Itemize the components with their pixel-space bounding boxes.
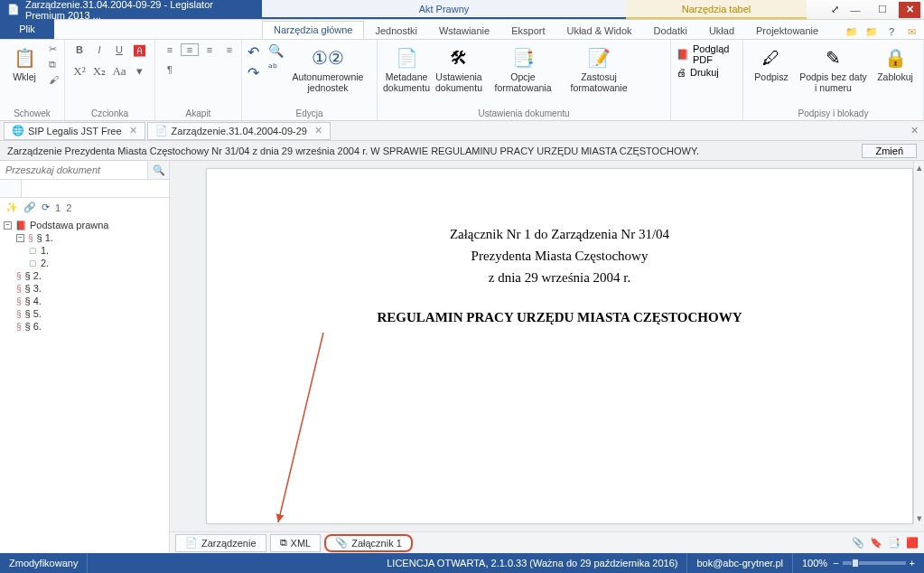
cut-icon[interactable]: ✂	[49, 43, 59, 55]
tree-item-s5[interactable]: §§ 5.	[4, 307, 165, 320]
ribbon-collapse-icon[interactable]: ⤢	[831, 4, 839, 15]
sign-icon: 🖊	[757, 43, 786, 72]
find-icon[interactable]: 🔍	[268, 43, 284, 58]
sidebar-mini-tab-1[interactable]	[0, 180, 22, 197]
file-tab[interactable]: Plik	[0, 19, 54, 39]
nav-tool-wand-icon[interactable]: ✨	[5, 202, 18, 213]
apply-formatting-button[interactable]: 📝 Zastosuj formatowanie	[564, 43, 634, 93]
show-paragraph-icon[interactable]: ¶	[161, 63, 179, 76]
tree-item-s2[interactable]: §§ 2.	[4, 269, 165, 282]
doc-icon: 📄	[185, 537, 198, 549]
tree-item-s1[interactable]: − § § 1.	[4, 231, 165, 244]
clip-icon[interactable]: 📎	[852, 537, 864, 549]
toolbar-icon-1[interactable]: 📁	[845, 24, 859, 39]
paste-button[interactable]: 📋 Wklej	[5, 43, 43, 83]
superscript-button[interactable]: X²	[70, 63, 89, 80]
document-page[interactable]: Załącznik Nr 1 do Zarządzenia Nr 31/04 P…	[206, 168, 913, 524]
doc-tab-order[interactable]: 📄 Zarządzenie.31.04.2004-09-29 ✕	[147, 122, 331, 140]
bottom-tabs: 📄 Zarządzenie ⧉ XML 📎 Załącznik 1 📎 🔖 📑 …	[170, 531, 924, 553]
bottom-tab-xml[interactable]: ⧉ XML	[270, 534, 322, 552]
search-input[interactable]	[0, 161, 147, 179]
main-area: 🔍 ✨ 🔗 ⟳ 1 2 − 📕 Podstawa prawna − § § 1.	[0, 161, 924, 553]
bottom-tab-attachment-1[interactable]: 📎 Załącznik 1	[324, 534, 413, 552]
change-button[interactable]: Zmień	[862, 144, 917, 158]
nav-tool-link-icon[interactable]: 🔗	[23, 202, 36, 213]
status-license: LICENCJA OTWARTA, 2.1.0.33 (Ważna do 29 …	[378, 553, 687, 573]
bottom-tab-order[interactable]: 📄 Zarządzenie	[175, 534, 266, 552]
subscript-button[interactable]: X₂	[90, 63, 108, 80]
zoom-out-button[interactable]: −	[833, 558, 838, 568]
nav-page-1[interactable]: 1	[55, 202, 61, 213]
tree-item-s6[interactable]: §§ 6.	[4, 320, 165, 333]
clear-format-button[interactable]: ▾	[130, 63, 148, 80]
doc-settings-button[interactable]: 🛠 Ustawienia dokumentu	[435, 43, 482, 93]
replace-icon[interactable]: ᵃᵇ	[268, 61, 284, 74]
zoom-in-button[interactable]: +	[910, 558, 915, 568]
close-button[interactable]: ✕	[899, 2, 920, 18]
copy-doc-icon[interactable]: 📑	[888, 537, 901, 549]
lock-button[interactable]: 🔒 Zablokuj	[873, 43, 918, 83]
undo-button[interactable]: ↶	[247, 43, 259, 61]
tree-item-s1-2[interactable]: ▢ 2.	[4, 257, 165, 269]
sign-nodate-button[interactable]: ✎ Podpis bez daty i numeru	[799, 43, 867, 93]
align-left-button[interactable]: ≡	[161, 43, 179, 56]
tab-layout[interactable]: Układ	[698, 23, 745, 39]
pdf-preview-button[interactable]: 📕 Podgląd PDF	[677, 43, 737, 65]
help-icon[interactable]: ?	[884, 24, 899, 39]
tree-item-s3[interactable]: §§ 3.	[4, 282, 165, 295]
window-controls: ⤢ ― ☐ ✕	[807, 0, 924, 19]
redo-button[interactable]: ↷	[247, 64, 259, 81]
search-button[interactable]: 🔍	[147, 161, 169, 179]
nav-tool-refresh-icon[interactable]: ⟳	[42, 202, 50, 213]
align-right-button[interactable]: ≡	[201, 43, 219, 56]
bold-button[interactable]: B	[70, 43, 89, 56]
document-info-text: Zarządzenie Prezydenta Miasta Częstochow…	[7, 146, 699, 156]
tab-design[interactable]: Projektowanie	[745, 23, 829, 39]
print-button[interactable]: 🖨 Drukuj	[677, 67, 719, 78]
font-color-button[interactable]: 🅰	[130, 43, 148, 60]
autonumber-button[interactable]: ①② Autonumerownie jednostek	[293, 43, 363, 93]
close-all-tabs-icon[interactable]: ✕	[910, 125, 919, 136]
tree-item-s1-1[interactable]: ▢ 1.	[4, 244, 165, 257]
stamp-icon[interactable]: 🟥	[906, 537, 919, 549]
expand-icon[interactable]: −	[16, 234, 24, 242]
tab-units[interactable]: Jednostki	[364, 23, 427, 39]
align-justify-button[interactable]: ≡	[220, 43, 238, 56]
status-email[interactable]: bok@abc-grytner.pl	[687, 553, 793, 573]
format-options-button[interactable]: 📑 Opcje formatowania	[488, 43, 558, 93]
sign-button[interactable]: 🖊 Podpisz	[749, 43, 794, 83]
group-output: 📕 Podgląd PDF 🖨 Drukuj	[671, 40, 743, 120]
copy-icon[interactable]: ⧉	[49, 59, 59, 70]
close-tab-icon[interactable]: ✕	[129, 125, 137, 136]
tree-item-s4[interactable]: §§ 4.	[4, 295, 165, 307]
zoom-slider[interactable]	[843, 561, 906, 565]
maximize-button[interactable]: ☐	[872, 2, 893, 18]
mail-icon[interactable]: ✉	[904, 24, 919, 39]
zoom-controls: 100% − +	[793, 553, 924, 573]
underline-button[interactable]: U	[110, 43, 128, 56]
tab-export[interactable]: Eksport	[500, 23, 555, 39]
minimize-button[interactable]: ―	[845, 2, 866, 18]
expand-icon[interactable]: −	[4, 221, 12, 230]
doc-tab-sip[interactable]: 🌐 SIP Legalis JST Free ✕	[4, 122, 145, 140]
tab-layout-view[interactable]: Układ & Widok	[555, 23, 642, 39]
change-case-button[interactable]: Aa	[110, 63, 128, 80]
nav-page-2[interactable]: 2	[66, 202, 71, 213]
tab-main-tools[interactable]: Narzędzia główne	[262, 21, 364, 39]
vertical-scrollbar[interactable]: ▴ ▾	[913, 161, 924, 524]
format-painter-icon[interactable]: 🖌	[49, 74, 59, 85]
metadata-button[interactable]: 📄 Metadane dokumentu	[383, 43, 430, 93]
close-tab-icon[interactable]: ✕	[314, 125, 322, 136]
print-icon: 🖨	[677, 67, 686, 78]
bookmark-icon[interactable]: 🔖	[870, 537, 882, 549]
tree-root[interactable]: − 📕 Podstawa prawna	[4, 219, 165, 231]
italic-button[interactable]: I	[90, 43, 108, 56]
tab-insert[interactable]: Wstawianie	[428, 23, 500, 39]
group-clipboard-label: Schowek	[5, 108, 59, 118]
scroll-down-icon[interactable]: ▾	[914, 512, 924, 524]
group-clipboard: 📋 Wklej ✂ ⧉ 🖌 Schowek	[0, 40, 65, 120]
tab-addons[interactable]: Dodatki	[643, 23, 698, 39]
toolbar-icon-2[interactable]: 📁	[864, 24, 879, 39]
scroll-up-icon[interactable]: ▴	[914, 161, 924, 174]
align-center-button[interactable]: ≡	[181, 43, 199, 56]
